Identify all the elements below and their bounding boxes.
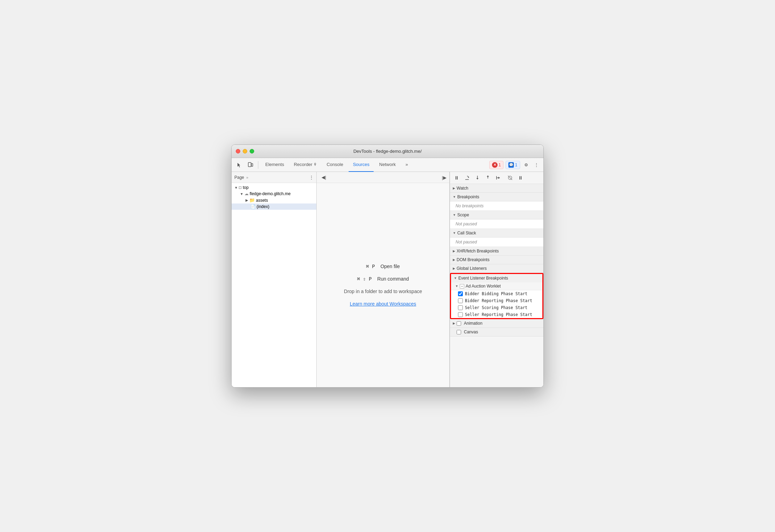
more-menu-button[interactable]: ⋮ (532, 161, 541, 169)
tab-sources[interactable]: Sources (349, 158, 374, 172)
close-button[interactable] (236, 149, 240, 153)
tab-more[interactable]: » (401, 158, 412, 172)
tree-label-assets: assets (256, 198, 268, 203)
animation-arrow: ▶ (453, 322, 455, 325)
checkbox-seller-reporting[interactable] (458, 312, 463, 317)
cloud-icon: ☁ (244, 191, 249, 196)
file-icon-index: 📄 (250, 204, 256, 209)
scope-section-header[interactable]: ▼ Scope (450, 211, 543, 219)
label-seller-reporting[interactable]: Seller Reporting Phase Start (465, 312, 532, 317)
breakpoint-seller-scoring: Seller Scoring Phase Start (451, 304, 542, 311)
svg-marker-9 (498, 177, 500, 179)
svg-rect-1 (251, 164, 253, 166)
tab-recorder[interactable]: Recorder 🎙 (290, 158, 321, 172)
breakpoint-bidder-reporting: Bidder Reporting Phase Start (451, 297, 542, 304)
maximize-button[interactable] (250, 149, 254, 153)
svg-rect-0 (248, 163, 251, 167)
message-icon: 💬 (508, 162, 514, 168)
devtools-body: Page » ⋮ ▼ □ top ▼ ☁ fl (232, 172, 543, 387)
titlebar: DevTools - fledge-demo.glitch.me/ (232, 145, 543, 158)
breakpoints-label: Breakpoints (457, 194, 479, 199)
checkbox-bidder-bidding[interactable] (458, 291, 463, 296)
checkbox-bidder-reporting[interactable] (458, 298, 463, 303)
canvas-checkbox[interactable] (457, 330, 461, 334)
animation-label: Animation (464, 321, 482, 326)
animation-section-header[interactable]: ▶ Animation (450, 319, 543, 328)
tree-item-index[interactable]: 📄 (index) (232, 203, 316, 210)
call-stack-section-header[interactable]: ▼ Call Stack (450, 229, 543, 238)
tab-network[interactable]: Network (375, 158, 400, 172)
watch-arrow: ▶ (453, 186, 455, 190)
step-over-button[interactable] (462, 173, 472, 182)
breakpoint-seller-reporting: Seller Reporting Phase Start (451, 311, 542, 318)
animation-checkbox[interactable] (457, 321, 461, 326)
xhr-arrow: ▶ (453, 249, 455, 253)
shortcut-run-command-keys: ⌘ ⇧ P (357, 276, 372, 282)
three-dots-button[interactable]: ⋮ (309, 175, 314, 180)
shortcut-open-file-keys: ⌘ P (366, 264, 375, 269)
show-right-sidebar-button[interactable]: |▶ (442, 174, 447, 181)
step-button[interactable] (494, 173, 503, 182)
minimize-button[interactable] (243, 149, 247, 153)
main-toolbar: Elements Recorder 🎙 Console Sources Netw… (232, 158, 543, 172)
left-panel: Page » ⋮ ▼ □ top ▼ ☁ fl (232, 172, 317, 387)
step-into-button[interactable] (473, 173, 482, 182)
call-stack-content: Not paused (450, 238, 543, 247)
dom-section-header[interactable]: ▶ DOM Breakpoints (450, 256, 543, 264)
center-panel: ◀| |▶ ⌘ P Open file ⌘ ⇧ P Run command Dr… (317, 172, 450, 387)
tree-arrow-assets: ▶ (245, 198, 248, 202)
show-sidebar-icon: ◀| (322, 175, 326, 180)
messages-badge[interactable]: 💬 1 (506, 161, 520, 169)
tab-console[interactable]: Console (323, 158, 348, 172)
breakpoints-empty: No breakpoints (450, 201, 543, 210)
device-tool[interactable] (245, 161, 255, 169)
canvas-label: Canvas (464, 330, 478, 334)
label-bidder-bidding[interactable]: Bidder Bidding Phase Start (465, 291, 527, 296)
window-title: DevTools - fledge-demo.glitch.me/ (353, 149, 422, 154)
step-out-button[interactable] (483, 173, 492, 182)
deactivate-breakpoints-button[interactable] (506, 173, 515, 182)
settings-button[interactable]: ⚙ (522, 161, 530, 169)
canvas-section-header[interactable]: ▶ Canvas (450, 328, 543, 336)
workspace-link[interactable]: Learn more about Workspaces (350, 301, 416, 307)
svg-marker-7 (487, 175, 489, 177)
error-icon: ✕ (492, 162, 498, 168)
breakpoint-bidder-bidding: Bidder Bidding Phase Start (451, 290, 542, 297)
tree-item-fledge[interactable]: ▼ ☁ fledge-demo.glitch.me (232, 191, 316, 197)
event-listener-arrow: ▼ (454, 276, 457, 280)
ad-auction-worklet-header[interactable]: ▼ − Ad Auction Worklet (451, 282, 542, 290)
global-listeners-section-header[interactable]: ▶ Global Listeners (450, 264, 543, 273)
xhr-section-header[interactable]: ▶ XHR/fetch Breakpoints (450, 247, 543, 256)
pause-button[interactable]: ⏸ (452, 173, 461, 182)
devtools-window: DevTools - fledge-demo.glitch.me/ Elemen… (231, 144, 544, 388)
checkbox-seller-scoring[interactable] (458, 305, 463, 310)
watch-section-header[interactable]: ▶ Watch (450, 184, 543, 193)
center-toolbar: ◀| |▶ (317, 172, 449, 183)
file-tree: ▼ □ top ▼ ☁ fledge-demo.glitch.me ▶ 📁 as… (232, 183, 316, 387)
tree-item-assets[interactable]: ▶ 📁 assets (232, 197, 316, 203)
errors-badge[interactable]: ✕ 1 (489, 161, 504, 169)
drop-hint-text: Drop in a folder to add to workspace (344, 289, 422, 294)
label-seller-scoring[interactable]: Seller Scoring Phase Start (465, 305, 527, 310)
tree-label-index: (index) (257, 204, 269, 209)
minus-box-icon: − (460, 284, 464, 289)
ad-auction-arrow: ▼ (455, 284, 458, 288)
breakpoints-section-header[interactable]: ▼ Breakpoints (450, 193, 543, 201)
toolbar-divider-1 (258, 161, 258, 169)
svg-line-11 (508, 176, 512, 180)
tab-elements[interactable]: Elements (261, 158, 288, 172)
cursor-tool[interactable] (234, 161, 244, 169)
label-bidder-reporting[interactable]: Bidder Reporting Phase Start (465, 298, 532, 303)
tree-item-top[interactable]: ▼ □ top (232, 184, 316, 191)
event-listener-section: ▼ Event Listener Breakpoints ▼ − Ad Auct… (450, 273, 543, 319)
ad-auction-label: Ad Auction Worklet (466, 284, 501, 289)
scope-empty: Not paused (450, 219, 543, 228)
more-tabs-icon[interactable]: » (246, 175, 248, 180)
event-listener-section-header[interactable]: ▼ Event Listener Breakpoints (451, 274, 542, 282)
scope-arrow: ▼ (453, 213, 456, 217)
shortcut-open-file: ⌘ P Open file (366, 264, 400, 269)
dont-pause-exceptions-button[interactable]: ⏸ (516, 173, 525, 182)
breakpoints-content: No breakpoints (450, 201, 543, 211)
show-sidebar-button[interactable]: ◀| (319, 173, 328, 181)
traffic-lights (236, 149, 254, 153)
